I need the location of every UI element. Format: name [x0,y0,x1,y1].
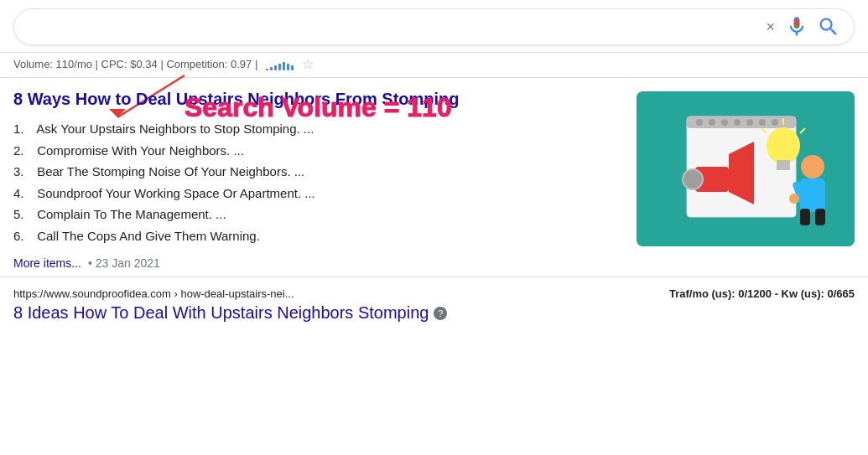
volume-bars [266,59,294,70]
separator2: | [158,58,167,70]
search-bar[interactable]: How to deal with upstairs neighbors stom… [13,8,855,45]
svg-point-5 [696,119,703,126]
svg-point-26 [789,194,799,204]
separator1: | [92,58,101,70]
result1-date: • 23 Jan 2021 [88,256,160,270]
svg-point-10 [759,119,766,126]
list-item: 2. Compromise With Your Neighbors. ... [13,140,620,162]
star-icon[interactable]: ☆ [302,56,314,72]
list-number: 5. [13,204,34,225]
second-result-url-row: https://www.soundproofidea.com › how-dea… [13,287,855,300]
competition-stat: Competition: 0.97 [166,58,252,70]
voice-icon[interactable] [785,15,808,39]
result1-thumbnail [637,91,855,246]
list-number: 3. [13,161,34,183]
svg-point-21 [801,155,824,178]
second-result: https://www.soundproofidea.com › how-dea… [0,277,868,323]
list-number: 4. [13,183,34,204]
result1-content: 8 Ways How to Deal Upstairs Neighbors Fr… [13,88,620,277]
svg-rect-24 [815,209,825,225]
result1-list: 1. Ask Your Upstairs Neighbors to Stop S… [13,118,620,246]
stats-row: Volume: 110/mo | CPC: $0.34 | Competitio… [0,53,868,77]
result1-title[interactable]: 8 Ways How to Deal Upstairs Neighbors Fr… [13,88,620,110]
thumbnail-illustration [637,91,855,246]
search-submit-icon[interactable] [817,15,840,39]
separator3: | [252,58,261,70]
list-item: 1. Ask Your Upstairs Neighbors to Stop S… [13,118,620,140]
list-number: 1. [13,118,34,140]
svg-point-15 [767,127,800,164]
second-result-title[interactable]: 8 Ideas How To Deal With Upstairs Neighb… [13,303,855,323]
svg-point-11 [772,119,778,126]
more-items-row: More items... • 23 Jan 2021 [13,256,620,270]
svg-rect-23 [800,209,810,225]
svg-point-6 [709,119,715,126]
list-number: 2. [13,140,34,162]
list-item: 3. Bear The Stomping Noise Of Your Neigh… [13,161,620,183]
svg-point-14 [683,169,703,189]
help-icon[interactable]: ? [434,307,447,320]
more-items-link[interactable]: More items... [13,256,81,270]
list-number: 6. [13,225,34,247]
volume-stat: Volume: 110/mo [13,58,92,70]
divider [0,77,868,78]
list-item: 4. Soundproof Your Working Space Or Apar… [13,183,620,204]
second-result-url: https://www.soundproofidea.com › how-dea… [13,287,294,300]
svg-point-8 [734,119,741,126]
svg-point-7 [721,119,728,126]
list-item: 5. Complain To The Management. ... [13,204,620,225]
main-content: 8 Ways How to Deal Upstairs Neighbors Fr… [0,88,868,277]
clear-icon[interactable]: × [766,18,775,36]
cpc-stat: CPC: $0.34 [101,58,158,70]
list-item: 6. Call The Cops And Give Them Warning. [13,225,620,247]
svg-rect-16 [777,160,790,165]
search-input[interactable]: How to deal with upstairs neighbors stom… [28,19,766,34]
search-bar-container: How to deal with upstairs neighbors stom… [0,0,868,53]
second-result-traf: Traf/mo (us): 0/1200 - Kw (us): 0/665 [669,287,855,300]
svg-rect-17 [777,165,790,170]
svg-rect-4 [687,116,796,128]
svg-point-9 [746,119,753,126]
